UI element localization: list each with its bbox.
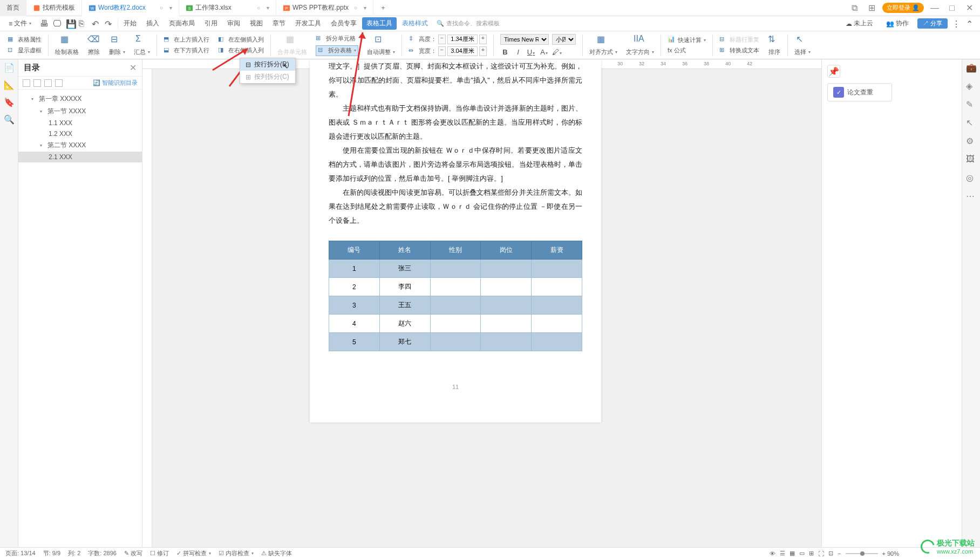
minimize-button[interactable]: —	[928, 2, 941, 15]
table-cell[interactable]: 李四	[379, 278, 430, 296]
table-cell[interactable]	[481, 278, 532, 296]
outline-tool-2[interactable]	[33, 79, 41, 87]
view-print-icon[interactable]: ▦	[790, 550, 795, 557]
save-icon[interactable]: 💾	[66, 19, 76, 29]
tree-item-1-2[interactable]: 1.2 XXX	[18, 128, 142, 139]
table-cell[interactable]	[430, 315, 481, 333]
zoom-out-button[interactable]: −	[838, 550, 841, 557]
menu-insert[interactable]: 插入	[142, 17, 164, 30]
tab-close-icon[interactable]: ○	[160, 5, 163, 11]
outline-icon[interactable]: 📄	[4, 63, 15, 73]
table-cell[interactable]	[481, 296, 532, 315]
login-button[interactable]: 立即登录👤	[882, 3, 924, 13]
merge-icon[interactable]: ▦	[286, 34, 299, 47]
insert-above-button[interactable]: ⬒在上方插入行	[164, 36, 209, 44]
tab-excel-close-icon[interactable]: ○	[257, 5, 260, 11]
cloud-status[interactable]: ☁未上云	[841, 17, 877, 30]
tree-chapter-1[interactable]: ▾第一章 XXXXX	[18, 93, 142, 105]
outline-close-button[interactable]: ✕	[130, 63, 137, 73]
menu-member[interactable]: 会员专享	[326, 17, 361, 30]
tab-template[interactable]: 找稻壳模板	[26, 0, 82, 16]
table-header-cell[interactable]: 编号	[329, 241, 380, 260]
to-text-button[interactable]: ⊞转换成文本	[719, 46, 759, 55]
status-page[interactable]: 页面: 13/14	[5, 549, 36, 557]
smart-outline-button[interactable]: 🔄智能识别目录	[93, 79, 138, 87]
table-row[interactable]: 2李四	[329, 278, 582, 296]
more-tools-icon[interactable]: ⋯	[966, 191, 977, 202]
grid-icon[interactable]: ⊞	[865, 2, 878, 15]
adjust-icon[interactable]: ⚙	[966, 136, 977, 147]
table-cell[interactable]	[532, 315, 582, 333]
menu-table-style[interactable]: 表格样式	[398, 17, 432, 30]
status-edit[interactable]: ✎改写	[124, 549, 142, 557]
more-icon[interactable]: ⋮	[952, 19, 962, 29]
document-body[interactable]: 理文字。］提供了页眉、页脚、封面和文本框设计，这些设计可互为补充。例如，你可以添…	[329, 59, 582, 228]
width-minus[interactable]: −	[438, 46, 446, 56]
table-row[interactable]: 4赵六	[329, 315, 582, 333]
table-cell[interactable]: 1	[329, 260, 380, 278]
document-table[interactable]: 编号姓名性别岗位薪资 1张三2李四3王五4赵六5郑七	[329, 241, 582, 351]
height-input[interactable]	[447, 35, 478, 44]
insert-below-button[interactable]: ⬓在下方插入行	[164, 46, 209, 55]
gallery-icon[interactable]: 🖼	[966, 154, 977, 165]
sort-icon[interactable]: ⇅	[768, 34, 781, 47]
ruler-icon[interactable]: 📐	[4, 80, 15, 91]
table-cell[interactable]	[481, 315, 532, 333]
split-table-button[interactable]: ⊟拆分表格▾	[316, 45, 358, 56]
redo-icon[interactable]: ↷	[105, 19, 114, 29]
font-size-select[interactable]: 小四	[552, 34, 576, 45]
table-cell[interactable]	[430, 278, 481, 296]
outline-tool-4[interactable]	[55, 79, 63, 87]
table-cell[interactable]: 王五	[379, 296, 430, 315]
table-cell[interactable]	[481, 333, 532, 351]
erase-icon[interactable]: ⌫	[87, 34, 100, 47]
table-cell[interactable]	[430, 296, 481, 315]
view-web-icon[interactable]: ▭	[799, 550, 805, 557]
zoom-slider[interactable]	[846, 553, 878, 554]
vertical-ruler[interactable]	[142, 69, 152, 548]
print-icon[interactable]: 🖶	[40, 19, 50, 29]
table-cell[interactable]: 郑七	[379, 333, 430, 351]
menu-hamburger[interactable]: ≡ 文件 ▾	[4, 17, 36, 30]
menu-review[interactable]: 审阅	[223, 17, 244, 30]
view-eye-icon[interactable]: 👁	[770, 550, 775, 557]
height-minus[interactable]: −	[438, 35, 446, 44]
new-tab-button[interactable]: ＋	[373, 0, 393, 16]
menu-chapter[interactable]: 章节	[268, 17, 290, 30]
height-plus[interactable]: +	[479, 35, 487, 44]
outline-tool-1[interactable]	[23, 79, 30, 87]
zoom-fit-icon[interactable]: ⊡	[828, 550, 833, 557]
diamond-icon[interactable]: ◈	[966, 81, 977, 92]
bag-icon[interactable]: 💼	[966, 63, 977, 73]
select-icon[interactable]: ↖	[796, 34, 809, 47]
width-input[interactable]	[447, 46, 478, 56]
table-cell[interactable]: 张三	[379, 260, 430, 278]
document-page[interactable]: 理文字。］提供了页眉、页脚、封面和文本框设计，这些设计可互为补充。例如，你可以添…	[310, 59, 601, 422]
table-header-cell[interactable]: 姓名	[379, 241, 430, 260]
table-header-cell[interactable]: 岗位	[481, 241, 532, 260]
table-cell[interactable]	[532, 260, 582, 278]
table-cell[interactable]	[532, 333, 582, 351]
tree-section-1[interactable]: ▾第一节 XXXX	[18, 105, 142, 118]
table-cell[interactable]	[532, 278, 582, 296]
text-dir-icon[interactable]: IIA	[634, 34, 646, 47]
font-name-select[interactable]: Times New R	[500, 34, 549, 45]
table-properties-button[interactable]: ▦表格属性	[8, 36, 42, 44]
maximize-button[interactable]: □	[945, 2, 958, 15]
command-search[interactable]: 🔍 查找命令、搜索模板	[433, 19, 503, 28]
coop-button[interactable]: 👥协作	[882, 17, 913, 30]
table-cell[interactable]	[430, 260, 481, 278]
highlight-button[interactable]: 🖊▾	[552, 48, 562, 56]
status-column[interactable]: 列: 2	[68, 549, 80, 557]
outline-tool-3[interactable]	[44, 79, 52, 87]
location-icon[interactable]: ◎	[966, 173, 977, 183]
width-plus[interactable]: +	[479, 46, 487, 56]
bookmark-icon[interactable]: 🔖	[4, 97, 15, 108]
tab-ppt-dropdown-icon[interactable]: ▾	[364, 5, 366, 11]
table-cell[interactable]: 3	[329, 296, 380, 315]
split-cell-button[interactable]: ⊞拆分单元格	[316, 35, 356, 43]
table-cell[interactable]	[481, 260, 532, 278]
table-cell[interactable]: 2	[329, 278, 380, 296]
status-words[interactable]: 字数: 2896	[88, 549, 117, 557]
undo-icon[interactable]: ↶	[92, 19, 101, 29]
